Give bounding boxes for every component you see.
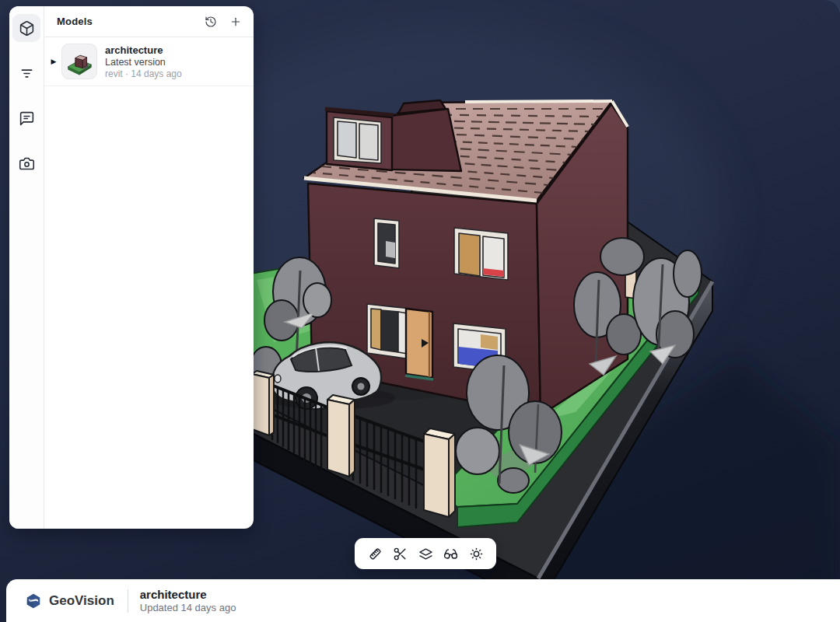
- statusbar: GeoVision architecture Updated 14 days a…: [6, 579, 840, 622]
- geovision-logo-icon: [25, 592, 42, 610]
- glasses-icon: [443, 547, 458, 561]
- camera-icon: [19, 156, 35, 172]
- model-version: Latest version: [105, 57, 182, 68]
- brand[interactable]: GeoVision: [25, 592, 114, 610]
- window-lower-left: [367, 304, 411, 359]
- rail-item-capture[interactable]: [12, 149, 40, 177]
- viewer-toolbar: [355, 538, 496, 569]
- rail-item-filter[interactable]: [12, 59, 40, 87]
- model-name: architecture: [105, 44, 182, 56]
- history-button[interactable]: [201, 12, 221, 32]
- lighting-tool-button[interactable]: [465, 543, 487, 564]
- sun-icon: [469, 547, 484, 561]
- caret-right-icon[interactable]: ▶: [47, 55, 60, 68]
- section-tool-button[interactable]: [390, 543, 411, 564]
- views-tool-button[interactable]: [440, 543, 462, 564]
- filter-icon: [19, 65, 35, 82]
- plus-icon: [229, 16, 242, 28]
- statusbar-divider: [128, 589, 128, 613]
- models-panel-header: Models: [44, 6, 254, 37]
- models-panel: Models ▶: [44, 6, 254, 529]
- statusbar-updated: Updated 14 days ago: [140, 602, 236, 613]
- sidebar-rail: [9, 6, 44, 529]
- model-list-item[interactable]: ▶ architecture Latest version revit · 14…: [44, 37, 254, 86]
- model-thumbnail-art: [64, 46, 95, 77]
- window-upper-right: [454, 228, 508, 280]
- front-door: [405, 309, 433, 379]
- box-icon: [19, 20, 35, 37]
- scissors-icon: [393, 547, 408, 561]
- window-upper-left: [374, 218, 399, 268]
- brand-name: GeoVision: [49, 593, 114, 609]
- statusbar-model-name: architecture: [140, 588, 236, 601]
- layers-icon: [418, 547, 433, 561]
- layers-tool-button[interactable]: [415, 543, 436, 564]
- add-model-button[interactable]: [226, 12, 246, 32]
- models-side-panel: Models ▶: [9, 6, 254, 529]
- model-meta: revit · 14 days ago: [105, 68, 182, 79]
- rail-item-comments[interactable]: [12, 104, 40, 132]
- rail-item-models[interactable]: [12, 14, 40, 42]
- model-thumbnail: [61, 44, 97, 79]
- measure-tool-button[interactable]: [364, 543, 386, 564]
- panel-title: Models: [57, 16, 93, 27]
- ruler-icon: [368, 547, 383, 561]
- dormer-window: [334, 117, 381, 163]
- history-icon: [205, 16, 217, 28]
- comment-icon: [19, 110, 35, 127]
